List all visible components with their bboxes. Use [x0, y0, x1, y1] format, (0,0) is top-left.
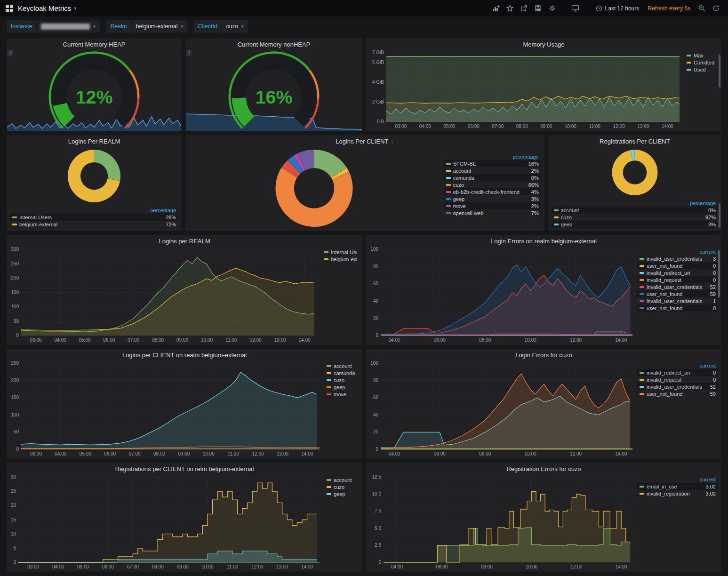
registration-errors-cuzo-chart[interactable]: 04:0006:0008:0010:0012:0014:0002.55.07.5…	[368, 474, 635, 570]
legend-item[interactable]: geep	[324, 384, 359, 391]
series-label: cuzo	[334, 484, 344, 490]
panel-header[interactable]: Current Memory nonHEAP	[186, 39, 362, 50]
legend-item[interactable]: user_not_found0	[637, 262, 718, 269]
legend-item[interactable]: invalid_user_credentials52	[637, 383, 718, 390]
realm-dropdown[interactable]: belgium-external ▾	[132, 20, 187, 32]
panel-header[interactable]: Registration Errors for cuzo	[367, 463, 721, 474]
series-color-icon	[640, 393, 644, 395]
legend-item[interactable]: Internal-Users28%	[10, 214, 178, 221]
chevron-down-icon: ▾	[93, 24, 96, 29]
save-button[interactable]	[532, 2, 545, 15]
panel-current-memory-nonheap: Current Memory nonHEAP i 16%	[185, 38, 362, 131]
heap-gauge[interactable]: 12%	[7, 50, 181, 131]
panel-header[interactable]: Registrations per CLIENT on relm belgium…	[7, 463, 362, 474]
legend-item[interactable]: move	[324, 391, 359, 398]
legend-item[interactable]: belgium-external	[321, 256, 359, 263]
legend-item[interactable]: invalid_redirect_uri0	[637, 269, 718, 276]
panel-registrations-per-client-pie: Registrations Per CLIENT percentageaccou…	[548, 135, 721, 231]
login-errors-realm-chart[interactable]: 04:0006:0008:0010:0012:0014:000204060801…	[368, 247, 635, 344]
legend-item[interactable]: cuzo66%	[444, 181, 541, 188]
panel-header[interactable]: Current Memory HEAP	[7, 39, 181, 50]
logins-realm-donut[interactable]	[8, 147, 180, 205]
refresh-interval-picker[interactable]: Refresh every 5s	[644, 5, 694, 12]
legend-item[interactable]: user_not_found59	[637, 290, 718, 297]
legend-item[interactable]: Comitted	[684, 59, 718, 66]
legend-item[interactable]: eb-b2b-credit-check-frontend4%	[444, 188, 541, 195]
legend-item[interactable]: account	[324, 362, 359, 369]
legend-item[interactable]: user_not_found0	[637, 304, 718, 312]
svg-text:20: 20	[373, 315, 379, 320]
refresh-dashboard-button[interactable]	[709, 2, 722, 15]
legend-item[interactable]: cuzo97%	[552, 214, 718, 221]
legend-item[interactable]: account0%	[552, 207, 718, 214]
panel-menu-caret-icon[interactable]: ⌄	[391, 139, 394, 144]
legend-item[interactable]: Internal-Users	[321, 248, 359, 256]
logins-client-ts-chart[interactable]: 03:0004:0005:0006:0007:0008:0009:0010:00…	[8, 360, 322, 457]
legend-item[interactable]: user_not_found59	[637, 390, 718, 397]
info-icon[interactable]: i	[7, 50, 13, 56]
legend-item[interactable]: email_in_use3.02	[637, 483, 718, 490]
legend-item[interactable]: camunda0%	[444, 174, 541, 181]
svg-text:05:00: 05:00	[79, 337, 90, 343]
legend-item[interactable]: invalid_user_credentials1	[637, 297, 718, 304]
legend-item[interactable]: invalid_request0	[637, 276, 718, 283]
panel-header[interactable]: Logins per REALM	[7, 235, 362, 247]
legend-item[interactable]: Used	[684, 66, 718, 73]
legend-item[interactable]: SFCM-BE16%	[444, 160, 541, 167]
memory-usage-chart[interactable]: 03:0004:0005:0006:0007:0008:0009:0010:00…	[368, 50, 682, 130]
grafana-logo-icon[interactable]	[6, 5, 13, 12]
registrations-client-ts-chart[interactable]: 03:0004:0005:0006:0007:0008:0009:0010:00…	[8, 474, 322, 570]
svg-text:4 GiB: 4 GiB	[372, 80, 384, 85]
cycle-view-button[interactable]	[569, 2, 582, 15]
legend-item[interactable]: camunda	[324, 369, 359, 376]
legend-item[interactable]: invalid_request0	[637, 376, 718, 383]
scrollbar[interactable]	[718, 250, 720, 297]
legend-item[interactable]: invalid_redirect_uri0	[637, 369, 718, 376]
add-panel-button[interactable]	[489, 2, 503, 15]
legend-item[interactable]: belgium-external72%	[10, 221, 178, 228]
legend-item[interactable]: geep3%	[444, 195, 541, 202]
legend-item[interactable]: opencell-web7%	[444, 209, 541, 216]
info-icon[interactable]: i	[186, 50, 192, 56]
panel-title: Registrations Per CLIENT	[600, 138, 670, 145]
zoom-out-button[interactable]	[695, 2, 708, 15]
panel-header[interactable]: Memory Usage	[367, 39, 721, 50]
login-errors-realm-legend: currentinvalid_user_credentials3user_not…	[635, 247, 720, 344]
dashboard-title-button[interactable]: Keycloak Metrics ▾	[18, 4, 76, 12]
logins-realm-ts-chart[interactable]: 03:0004:0005:0006:0007:0008:0009:0010:00…	[8, 247, 320, 344]
panel-header[interactable]: Logins Per REALM	[7, 136, 181, 147]
logins-client-donut[interactable]	[187, 147, 441, 230]
series-label: invalid_request	[647, 277, 681, 283]
legend-item[interactable]: geep	[324, 490, 359, 497]
nonheap-gauge[interactable]: 16%	[186, 50, 362, 131]
legend-item[interactable]: invalid_user_credentials52	[637, 283, 718, 290]
legend-item[interactable]: cuzo	[324, 483, 359, 490]
panel-header[interactable]: Logins per CLIENT on realm belgium-exter…	[7, 349, 362, 360]
legend-item[interactable]: cuzo	[324, 376, 359, 384]
panel-header[interactable]: Registrations Per CLIENT	[550, 136, 720, 147]
scrollbar[interactable]	[719, 55, 720, 88]
panel-header[interactable]: Login Errors on realm belgium-external	[367, 235, 721, 247]
legend-item[interactable]: geep3%	[552, 221, 718, 228]
legend-item[interactable]: move2%	[444, 202, 541, 209]
panel-header[interactable]: Login Errors for cuzo	[367, 349, 721, 360]
legend-item[interactable]: account	[324, 476, 359, 483]
series-current-value: 2%	[528, 203, 539, 209]
scrollbar[interactable]	[719, 203, 720, 228]
legend-item[interactable]: Max	[684, 52, 718, 59]
instance-dropdown[interactable]: ▾	[37, 21, 100, 32]
login-errors-cuzo-chart[interactable]: 04:0006:0008:0010:0012:0014:000204060801…	[368, 360, 635, 457]
settings-button[interactable]	[546, 2, 559, 15]
legend-item[interactable]: invalid_registration3.02	[637, 490, 718, 497]
svg-text:14:00: 14:00	[662, 124, 673, 129]
registrations-client-donut[interactable]	[550, 147, 720, 198]
panel-header[interactable]: Logins Per CLIENT ⌄	[186, 136, 544, 147]
svg-text:06:00: 06:00	[102, 564, 114, 569]
legend-item[interactable]: account2%	[444, 167, 541, 174]
svg-text:08:00: 08:00	[152, 337, 164, 343]
clientid-dropdown[interactable]: cuzo ▾	[222, 20, 248, 32]
star-button[interactable]	[504, 2, 517, 15]
legend-item[interactable]: invalid_user_credentials3	[637, 255, 718, 262]
share-button[interactable]	[518, 2, 531, 15]
time-range-picker[interactable]: Last 12 hours	[592, 2, 643, 15]
